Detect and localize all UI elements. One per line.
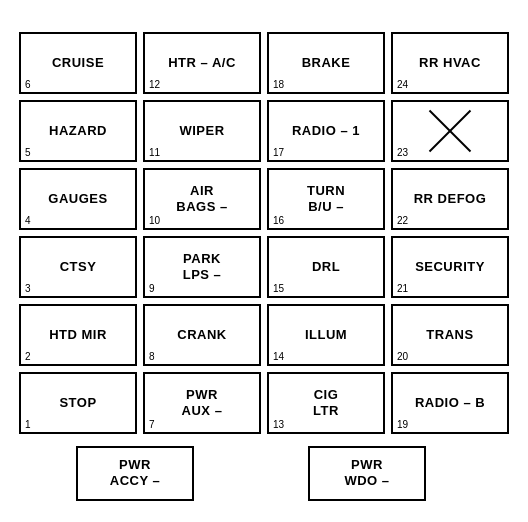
- fuse-label-20: TRANS: [426, 327, 473, 343]
- fuse-box-5: HAZARD5: [19, 100, 137, 162]
- fuse-label-7: PWRAUX –: [182, 387, 223, 418]
- fuse-number-20: 20: [397, 351, 408, 362]
- fuse-label-15: DRL: [312, 259, 340, 275]
- fuse-box-bottom1: PWRACCY –: [76, 446, 194, 501]
- fuse-box-8: CRANK8: [143, 304, 261, 366]
- fuse-box-11: WIPER11: [143, 100, 261, 162]
- fuse-label-3: CTSY: [60, 259, 97, 275]
- fuse-number-15: 15: [273, 283, 284, 294]
- fuse-number-3: 3: [25, 283, 31, 294]
- fuse-box-15: DRL15: [267, 236, 385, 298]
- fuse-number-22: 22: [397, 215, 408, 226]
- fuse-label-17: RADIO – 1: [292, 123, 360, 139]
- fuse-box-14: ILLUM14: [267, 304, 385, 366]
- fuse-label-9: PARKLPS –: [183, 251, 222, 282]
- fuse-label-bottom2: PWRWDO –: [344, 457, 389, 488]
- fuse-main-grid: STOP1HTD MIR2CTSY3GAUGES4HAZARD5CRUISE6P…: [9, 22, 519, 444]
- fuse-label-8: CRANK: [177, 327, 226, 343]
- fuse-box-2: HTD MIR2: [19, 304, 137, 366]
- fuse-label-bottom1: PWRACCY –: [110, 457, 160, 488]
- fuse-diagram: STOP1HTD MIR2CTSY3GAUGES4HAZARD5CRUISE6P…: [9, 22, 519, 501]
- fuse-number-18: 18: [273, 79, 284, 90]
- fuse-box-9: PARKLPS –9: [143, 236, 261, 298]
- fuse-label-10: AIRBAGS –: [176, 183, 227, 214]
- fuse-box-13: CIGLTR13: [267, 372, 385, 434]
- fuse-number-23: 23: [397, 147, 408, 158]
- fuse-box-23: 23: [391, 100, 509, 162]
- fuse-box-20: TRANS20: [391, 304, 509, 366]
- fuse-box-7: PWRAUX –7: [143, 372, 261, 434]
- fuse-label-19: RADIO – B: [415, 395, 485, 411]
- fuse-number-19: 19: [397, 419, 408, 430]
- fuse-number-13: 13: [273, 419, 284, 430]
- fuse-number-21: 21: [397, 283, 408, 294]
- fuse-number-8: 8: [149, 351, 155, 362]
- fuse-box-22: RR DEFOG22: [391, 168, 509, 230]
- fuse-number-11: 11: [149, 147, 160, 158]
- fuse-box-24: RR HVAC24: [391, 32, 509, 94]
- fuse-label-2: HTD MIR: [49, 327, 107, 343]
- fuse-number-2: 2: [25, 351, 31, 362]
- fuse-box-3: CTSY3: [19, 236, 137, 298]
- fuse-label-21: SECURITY: [415, 259, 485, 275]
- fuse-number-1: 1: [25, 419, 31, 430]
- fuse-x-pattern: [393, 102, 507, 160]
- fuse-box-10: AIRBAGS –10: [143, 168, 261, 230]
- fuse-box-6: CRUISE6: [19, 32, 137, 94]
- fuse-number-7: 7: [149, 419, 155, 430]
- fuse-box-4: GAUGES4: [19, 168, 137, 230]
- fuse-label-18: BRAKE: [302, 55, 351, 71]
- fuse-box-17: RADIO – 117: [267, 100, 385, 162]
- fuse-box-12: HTR – A/C12: [143, 32, 261, 94]
- fuse-number-16: 16: [273, 215, 284, 226]
- fuse-bottom-row: PWRACCY –PWRWDO –: [9, 446, 493, 501]
- fuse-box-18: BRAKE18: [267, 32, 385, 94]
- fuse-number-6: 6: [25, 79, 31, 90]
- fuse-label-4: GAUGES: [48, 191, 107, 207]
- fuse-label-6: CRUISE: [52, 55, 104, 71]
- fuse-box-16: TURNB/U –16: [267, 168, 385, 230]
- fuse-number-12: 12: [149, 79, 160, 90]
- fuse-number-24: 24: [397, 79, 408, 90]
- fuse-number-4: 4: [25, 215, 31, 226]
- fuse-label-11: WIPER: [179, 123, 224, 139]
- fuse-number-10: 10: [149, 215, 160, 226]
- fuse-number-9: 9: [149, 283, 155, 294]
- fuse-number-14: 14: [273, 351, 284, 362]
- fuse-label-14: ILLUM: [305, 327, 347, 343]
- fuse-box-21: SECURITY21: [391, 236, 509, 298]
- fuse-number-17: 17: [273, 147, 284, 158]
- fuse-box-bottom2: PWRWDO –: [308, 446, 426, 501]
- fuse-box-1: STOP1: [19, 372, 137, 434]
- fuse-label-24: RR HVAC: [419, 55, 481, 71]
- fuse-label-13: CIGLTR: [313, 387, 339, 418]
- fuse-label-1: STOP: [59, 395, 96, 411]
- fuse-label-5: HAZARD: [49, 123, 107, 139]
- fuse-number-5: 5: [25, 147, 31, 158]
- fuse-label-12: HTR – A/C: [168, 55, 236, 71]
- fuse-label-16: TURNB/U –: [307, 183, 345, 214]
- fuse-label-22: RR DEFOG: [414, 191, 487, 207]
- fuse-box-19: RADIO – B19: [391, 372, 509, 434]
